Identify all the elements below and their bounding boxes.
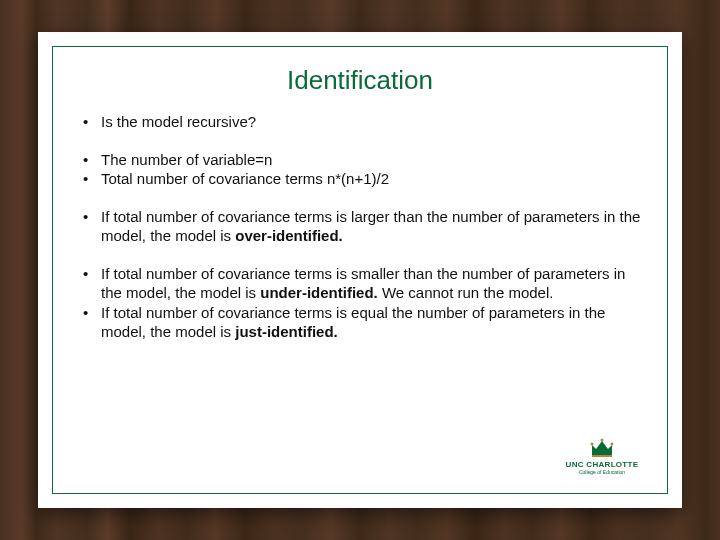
bullet-text: If total number of covariance terms is e… [101, 303, 643, 342]
slide-title: Identification [77, 65, 643, 96]
slide-content: • Is the model recursive? • The number o… [77, 112, 643, 342]
bullet-text: If total number of covariance terms is s… [101, 264, 643, 303]
bullet-dot-icon: • [83, 303, 101, 342]
bullet-text: The number of variable=n [101, 150, 643, 170]
text-bold: over-identified. [235, 227, 343, 244]
bullet-dot-icon: • [83, 264, 101, 303]
bullet-text: Is the model recursive? [101, 112, 643, 132]
bullet-dot-icon: • [83, 150, 101, 170]
bullet-group: • The number of variable=n • Total numbe… [77, 150, 643, 189]
bullet-text: If total number of covariance terms is l… [101, 207, 643, 246]
text-bold: just-identified. [235, 323, 338, 340]
text-fragment: If total number of covariance terms is e… [101, 304, 605, 341]
text-fragment: We cannot run the model. [378, 284, 554, 301]
unc-charlotte-logo: UNC CHARLOTTE College of Education [559, 429, 645, 483]
svg-point-1 [601, 439, 604, 442]
svg-point-2 [611, 443, 614, 446]
bullet-dot-icon: • [83, 207, 101, 246]
bullet-dot-icon: • [83, 112, 101, 132]
slide-card: Identification • Is the model recursive?… [38, 32, 682, 508]
bullet-text: Total number of covariance terms n*(n+1)… [101, 169, 643, 189]
bullet-dot-icon: • [83, 169, 101, 189]
logo-name: UNC CHARLOTTE [566, 461, 639, 469]
text-fragment: If total number of covariance terms is l… [101, 208, 640, 245]
list-item: • If total number of covariance terms is… [77, 264, 643, 303]
bullet-group: • If total number of covariance terms is… [77, 207, 643, 246]
list-item: • Total number of covariance terms n*(n+… [77, 169, 643, 189]
bullet-group: • Is the model recursive? [77, 112, 643, 132]
slide-inner-border: Identification • Is the model recursive?… [52, 46, 668, 494]
list-item: • If total number of covariance terms is… [77, 207, 643, 246]
text-bold: under-identified. [260, 284, 378, 301]
bullet-group: • If total number of covariance terms is… [77, 264, 643, 342]
crown-icon [588, 437, 616, 459]
list-item: • Is the model recursive? [77, 112, 643, 132]
svg-point-0 [591, 443, 594, 446]
list-item: • If total number of covariance terms is… [77, 303, 643, 342]
list-item: • The number of variable=n [77, 150, 643, 170]
logo-subtitle: College of Education [579, 470, 625, 475]
